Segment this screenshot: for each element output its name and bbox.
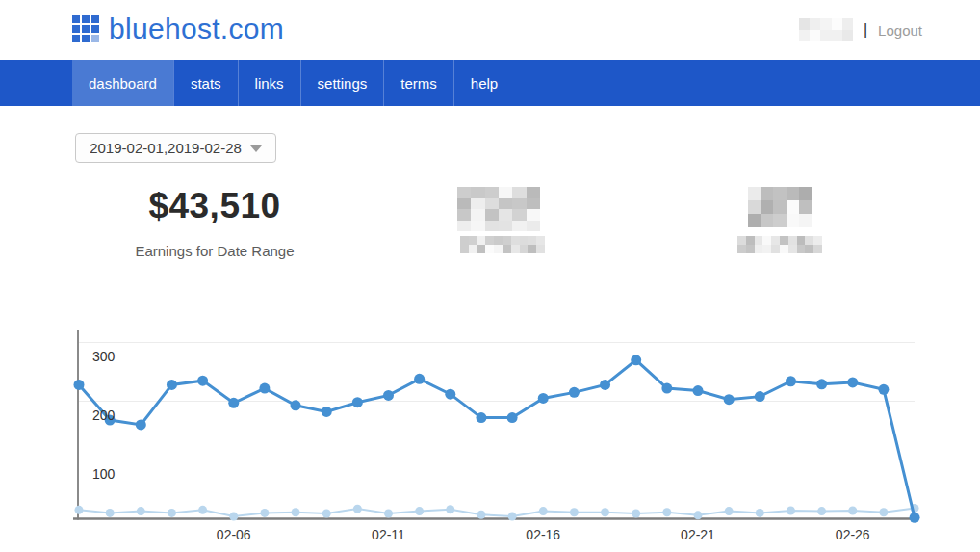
data-point	[322, 510, 331, 518]
data-point	[198, 506, 207, 514]
tab-dashboard[interactable]: dashboard	[72, 60, 173, 106]
data-point	[879, 508, 888, 516]
data-point	[847, 377, 858, 387]
data-point	[725, 507, 734, 515]
data-point	[168, 509, 176, 517]
data-point	[539, 507, 548, 515]
data-point	[570, 508, 579, 516]
x-tick-label: 02-26	[836, 527, 870, 542]
data-point	[600, 380, 610, 390]
tab-terms[interactable]: terms	[383, 60, 453, 106]
data-point	[816, 379, 827, 389]
x-tick-label: 02-11	[372, 527, 405, 542]
header-separator: |	[864, 21, 867, 39]
redacted-stat-value-2	[748, 187, 812, 227]
redacted-stat-label-1	[460, 236, 545, 253]
header-logo[interactable]: bluehost.com	[72, 14, 284, 43]
data-point	[569, 387, 580, 398]
data-point	[910, 513, 920, 523]
data-point	[817, 507, 826, 515]
data-point	[662, 508, 671, 516]
data-point	[292, 508, 300, 516]
data-point	[260, 509, 269, 517]
y-tick-label: 100	[92, 466, 116, 482]
data-point	[414, 374, 425, 384]
data-point	[631, 355, 641, 365]
data-point	[75, 506, 84, 514]
data-point	[136, 419, 146, 430]
line-chart: 10020030002-0602-1102-1602-2102-26	[0, 328, 980, 552]
tab-links[interactable]: links	[238, 60, 300, 106]
data-point	[259, 383, 270, 394]
data-point	[322, 407, 332, 417]
main-nav: dashboard stats links settings terms hel…	[0, 60, 980, 106]
data-point	[229, 513, 238, 521]
x-tick-label: 02-21	[681, 527, 715, 542]
data-point	[228, 398, 239, 408]
data-point	[724, 394, 735, 405]
data-point	[106, 509, 115, 517]
header-account-area: | Logout	[799, 0, 922, 60]
data-point	[786, 376, 796, 386]
earnings-stat: $43,510 Earnings for Date Range	[94, 186, 335, 259]
data-point	[756, 509, 764, 517]
data-point	[694, 511, 703, 519]
data-point	[197, 376, 208, 386]
header: bluehost.com | Logout	[0, 0, 980, 60]
data-point	[137, 507, 145, 515]
data-point	[384, 510, 393, 518]
bluehost-grid-icon	[72, 15, 99, 42]
data-point	[538, 393, 549, 404]
redacted-stat-label-2	[737, 236, 822, 253]
data-point	[353, 505, 362, 513]
data-point	[446, 505, 454, 513]
date-range-select[interactable]: 2019-02-01,2019-02-28	[75, 133, 276, 163]
redacted-username	[799, 18, 853, 41]
y-tick-label: 200	[92, 407, 116, 423]
earnings-value: $43,510	[94, 186, 335, 226]
data-point	[167, 380, 177, 390]
data-point	[415, 507, 424, 515]
data-point	[477, 511, 485, 519]
x-tick-label: 02-16	[526, 527, 560, 542]
data-point	[383, 390, 394, 401]
data-point	[878, 384, 889, 395]
data-point	[476, 412, 486, 423]
page: bluehost.com | Logout dashboard stats li…	[0, 0, 980, 552]
tab-settings[interactable]: settings	[300, 60, 384, 106]
tab-help[interactable]: help	[453, 60, 514, 106]
chevron-down-icon	[250, 145, 262, 152]
redacted-stat-value-1	[457, 187, 540, 231]
y-tick-label: 300	[92, 349, 116, 364]
data-point	[632, 510, 640, 518]
data-point	[508, 513, 517, 521]
data-point	[291, 400, 301, 410]
logo-text: bluehost.com	[109, 14, 284, 43]
tab-stats[interactable]: stats	[173, 60, 238, 106]
x-tick-label: 02-06	[217, 527, 251, 542]
data-point	[352, 397, 363, 407]
data-point	[848, 506, 857, 514]
data-point	[755, 391, 765, 402]
data-point	[787, 506, 795, 514]
logout-link[interactable]: Logout	[878, 22, 922, 39]
data-point	[507, 412, 518, 423]
data-point	[74, 380, 85, 390]
data-point	[601, 508, 609, 516]
data-point	[445, 389, 455, 400]
date-range-value: 2019-02-01,2019-02-28	[90, 140, 242, 156]
data-point	[693, 385, 704, 396]
earnings-label: Earnings for Date Range	[94, 243, 335, 259]
earnings-chart: 10020030002-0602-1102-1602-2102-26	[0, 328, 980, 552]
data-point	[661, 383, 672, 394]
